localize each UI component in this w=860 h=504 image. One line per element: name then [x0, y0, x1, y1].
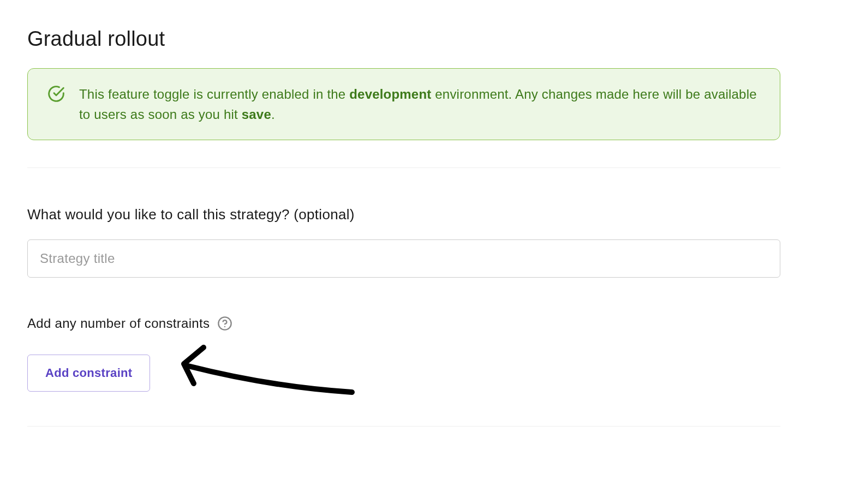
section-divider [27, 167, 780, 168]
check-circle-icon [47, 85, 65, 105]
add-constraint-button[interactable]: Add constraint [27, 355, 150, 392]
strategy-title-label: What would you like to call this strateg… [27, 206, 780, 223]
constraints-label: Add any number of constraints [27, 316, 210, 331]
alert-message: This feature toggle is currently enabled… [79, 84, 760, 124]
help-icon[interactable] [217, 316, 232, 331]
strategy-title-input[interactable] [27, 239, 780, 278]
page-title: Gradual rollout [27, 27, 780, 51]
alert-action-word: save [242, 107, 271, 122]
alert-text-prefix: This feature toggle is currently enabled… [79, 87, 349, 101]
alert-text-suffix: . [271, 107, 275, 122]
bottom-divider [27, 426, 780, 427]
status-alert: This feature toggle is currently enabled… [27, 68, 780, 140]
arrow-annotation-icon [172, 342, 357, 404]
alert-environment: development [349, 87, 431, 101]
